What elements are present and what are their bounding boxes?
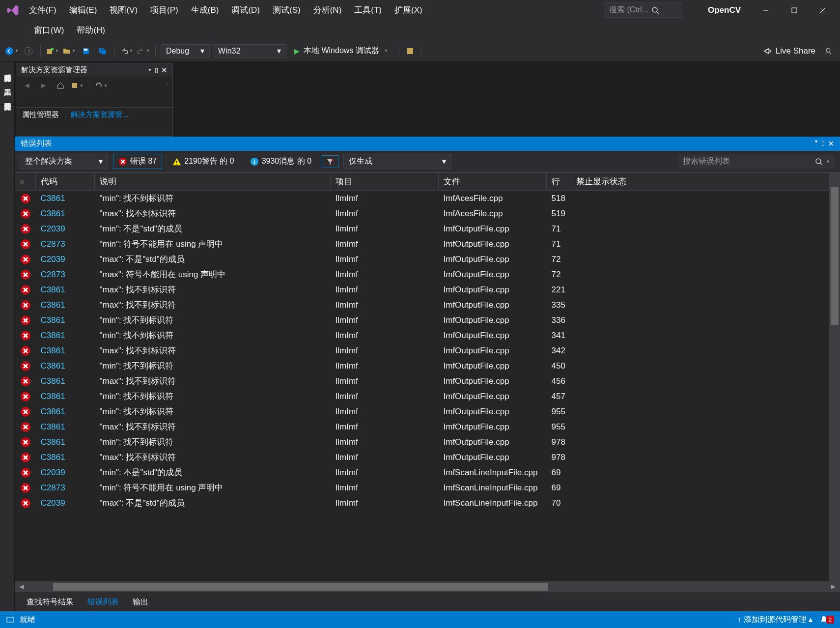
error-row[interactable]: C2873"min": 符号不能用在 using 声明中IlmImfImfSca…	[15, 480, 840, 495]
error-code[interactable]: C3861	[36, 434, 95, 450]
notifications-button[interactable]: 2	[819, 615, 834, 624]
col-code[interactable]: 代码	[36, 173, 95, 191]
menu-item[interactable]: 编辑(E)	[63, 1, 104, 19]
tab-output[interactable]: 输出	[126, 594, 155, 611]
error-code[interactable]: C3861	[36, 404, 95, 419]
tab-solution-explorer[interactable]: 解决方案资源管...	[65, 108, 135, 122]
tab-error-list[interactable]: 错误列表	[81, 594, 126, 611]
col-description[interactable]: 说明	[95, 173, 331, 191]
open-file-button[interactable]: ▼	[62, 44, 76, 58]
tab-find-symbols[interactable]: 查找符号结果	[20, 594, 81, 611]
error-code[interactable]: C3861	[36, 297, 95, 313]
configuration-dropdown[interactable]: Debug▾	[161, 44, 210, 57]
se-refresh-button[interactable]: ▼	[94, 79, 108, 92]
error-code[interactable]: C3861	[36, 191, 95, 206]
error-row[interactable]: C3861"min": 找不到标识符IlmImfImfOutputFile.cp…	[15, 358, 840, 373]
scope-dropdown[interactable]: 整个解决方案 ▾	[20, 154, 108, 169]
sidebar-tab[interactable]: 服务器资源管理器	[0, 62, 14, 76]
error-code[interactable]: C3861	[36, 313, 95, 328]
feedback-button[interactable]	[821, 44, 835, 58]
error-code[interactable]: C2039	[36, 465, 95, 480]
maximize-button[interactable]	[780, 1, 809, 19]
minimize-button[interactable]	[752, 1, 780, 19]
error-row[interactable]: C3861"max": 找不到标识符IlmImfImfOutputFile.cp…	[15, 373, 840, 389]
pin-icon[interactable]: ▯	[155, 66, 158, 74]
error-row[interactable]: C3861"min": 找不到标识符IlmImfImfOutputFile.cp…	[15, 313, 840, 328]
save-button[interactable]	[79, 44, 93, 58]
error-row[interactable]: C3861"max": 找不到标识符IlmImfImfOutputFile.cp…	[15, 419, 840, 434]
new-project-button[interactable]: ▼	[46, 44, 59, 58]
error-row[interactable]: C3861"min": 找不到标识符IlmImfImfOutputFile.cp…	[15, 434, 840, 450]
live-share-button[interactable]: Live Share	[763, 46, 815, 56]
col-icon[interactable]: ⁞⁞	[15, 173, 36, 191]
error-code[interactable]: C2039	[36, 221, 95, 236]
save-all-button[interactable]	[96, 44, 110, 58]
error-code[interactable]: C3861	[36, 450, 95, 465]
menu-item[interactable]: 调试(D)	[225, 1, 266, 19]
menu-item[interactable]: 工具(T)	[348, 1, 388, 19]
error-row[interactable]: C2039"max": 不是"std"的成员IlmImfImfOutputFil…	[15, 252, 840, 267]
messages-filter-button[interactable]: i 3930消息 的 0	[245, 154, 317, 169]
error-row[interactable]: C3861"max": 找不到标识符IlmImfImfOutputFile.cp…	[15, 450, 840, 465]
dropdown-icon[interactable]: ▼	[814, 139, 818, 148]
error-row[interactable]: C2039"max": 不是"std"的成员IlmImfImfScanLineI…	[15, 495, 840, 511]
start-debugging-button[interactable]: ▶ 本地 Windows 调试器 ▼	[289, 44, 393, 57]
se-back-button[interactable]: ◄	[20, 79, 34, 92]
error-row[interactable]: C3861"max": 找不到标识符IlmImfImfOutputFile.cp…	[15, 282, 840, 297]
menu-item[interactable]: 视图(V)	[103, 1, 144, 19]
nav-back-button[interactable]: ▼	[5, 44, 19, 58]
error-code[interactable]: C3861	[36, 343, 95, 358]
source-control-button[interactable]: ↑ 添加到源代码管理 ▴	[737, 615, 812, 625]
undo-button[interactable]: ▼	[120, 44, 134, 58]
menu-item[interactable]: 文件(F)	[23, 1, 63, 19]
error-row[interactable]: C3861"min": 找不到标识符IlmImfImfAcesFile.cpp5…	[15, 191, 840, 206]
error-code[interactable]: C3861	[36, 389, 95, 404]
error-code[interactable]: C2039	[36, 252, 95, 267]
errors-filter-button[interactable]: 错误 87	[113, 154, 162, 169]
menu-item[interactable]: 测试(S)	[266, 1, 307, 19]
pin-icon[interactable]: ▯	[821, 139, 825, 148]
menu-item[interactable]: 帮助(H)	[70, 22, 112, 39]
nav-forward-button[interactable]	[22, 44, 35, 58]
menu-item[interactable]: 扩展(X)	[388, 1, 429, 19]
filter-funnel-button[interactable]	[322, 155, 338, 168]
error-row[interactable]: C3861"max": 找不到标识符IlmImfImfOutputFile.cp…	[15, 343, 840, 358]
se-sync-button[interactable]: ▼	[70, 79, 84, 92]
error-code[interactable]: C3861	[36, 282, 95, 297]
close-button[interactable]	[809, 1, 837, 19]
menu-item[interactable]: 分析(N)	[307, 1, 348, 19]
global-search-input[interactable]: 搜索 (Ctrl...	[604, 2, 682, 18]
error-code[interactable]: C3861	[36, 419, 95, 434]
error-row[interactable]: C2039"min": 不是"std"的成员IlmImfImfScanLineI…	[15, 465, 840, 480]
solution-explorer-header[interactable]: 解决方案资源管理器 ▼ ▯ ✕	[16, 63, 172, 77]
se-forward-button[interactable]: ►	[37, 79, 51, 92]
sidebar-tab[interactable]: 团队资源管理器	[0, 90, 14, 105]
col-suppress[interactable]: 禁止显示状态	[571, 173, 840, 191]
error-list-header[interactable]: 错误列表 ▼ ▯ ✕	[15, 137, 840, 151]
col-line[interactable]: 行	[547, 173, 571, 191]
close-icon[interactable]: ✕	[161, 66, 168, 75]
menu-item[interactable]: 窗口(W)	[28, 22, 70, 39]
error-row[interactable]: C3861"min": 找不到标识符IlmImfImfOutputFile.cp…	[15, 389, 840, 404]
horizontal-scrollbar[interactable]: ◄ ►	[15, 581, 840, 592]
error-row[interactable]: C3861"min": 找不到标识符IlmImfImfOutputFile.cp…	[15, 328, 840, 343]
error-row[interactable]: C2873"min": 符号不能用在 using 声明中IlmImfImfOut…	[15, 236, 840, 252]
col-file[interactable]: 文件	[439, 173, 547, 191]
error-code[interactable]: C2873	[36, 480, 95, 495]
warnings-filter-button[interactable]: 2190警告 的 0	[167, 154, 239, 169]
sidebar-tab[interactable]: 工具箱	[0, 76, 14, 90]
vertical-scrollbar[interactable]	[829, 172, 840, 581]
toolbox-button[interactable]	[403, 44, 417, 58]
menu-item[interactable]: 生成(B)	[185, 1, 225, 19]
error-row[interactable]: C3861"max": 找不到标识符IlmImfImfOutputFile.cp…	[15, 297, 840, 313]
tab-property-manager[interactable]: 属性管理器	[16, 108, 65, 122]
redo-button[interactable]: ▼	[137, 44, 150, 58]
se-home-button[interactable]	[54, 79, 67, 92]
build-intellisense-dropdown[interactable]: 仅生成 ▾	[343, 154, 451, 169]
search-errors-input[interactable]: 搜索错误列表 ▼	[678, 154, 835, 169]
error-code[interactable]: C2873	[36, 267, 95, 282]
error-code[interactable]: C3861	[36, 206, 95, 221]
col-project[interactable]: 项目	[331, 173, 439, 191]
error-code[interactable]: C2873	[36, 236, 95, 252]
error-code[interactable]: C2039	[36, 495, 95, 511]
